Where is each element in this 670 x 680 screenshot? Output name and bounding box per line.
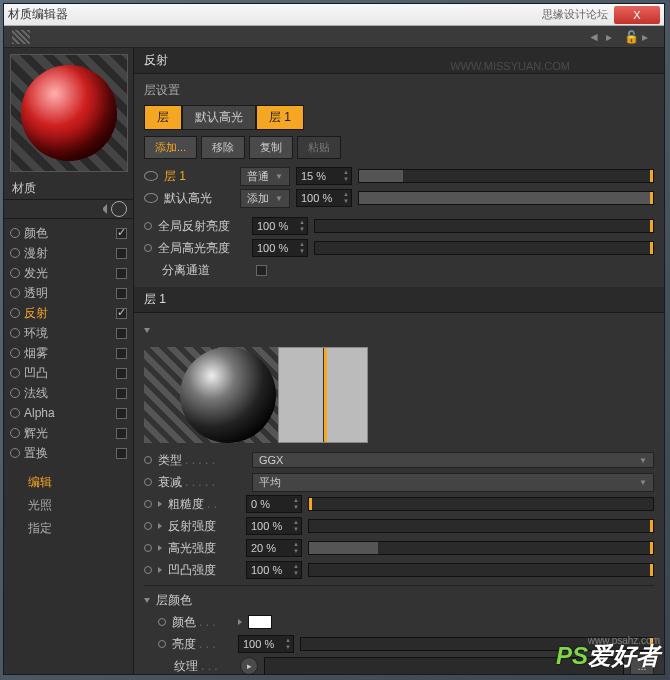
target-icon[interactable] bbox=[111, 201, 127, 217]
param-dot-icon[interactable] bbox=[158, 618, 166, 626]
expand-icon[interactable] bbox=[158, 545, 162, 551]
tab-layers[interactable]: 层 bbox=[144, 105, 182, 130]
link-illum[interactable]: 光照 bbox=[10, 494, 127, 517]
channel-environment[interactable]: 环境 bbox=[10, 323, 127, 343]
channel-alpha[interactable]: Alpha bbox=[10, 403, 127, 423]
editor-links: 编辑 光照 指定 bbox=[4, 467, 133, 544]
spec-str-input[interactable] bbox=[247, 540, 291, 556]
global-reflection-row: 全局反射亮度 ▲▼ bbox=[144, 215, 654, 237]
type-row: 类型 . . . . . GGX▼ bbox=[144, 449, 654, 471]
tab-layer1[interactable]: 层 1 bbox=[256, 105, 304, 130]
titlebar[interactable]: 材质编辑器 思缘设计论坛 X bbox=[4, 4, 664, 26]
param-dot-icon[interactable] bbox=[144, 500, 152, 508]
preview-hatch bbox=[144, 347, 178, 443]
layer-opacity-slider[interactable] bbox=[358, 191, 654, 205]
add-button[interactable]: 添加... bbox=[144, 136, 197, 159]
type-dropdown[interactable]: GGX▼ bbox=[252, 452, 654, 468]
layer-row-1[interactable]: 层 1 普通▼ ▲▼ bbox=[144, 165, 654, 187]
global-refl-input[interactable] bbox=[253, 218, 297, 234]
material-preview[interactable] bbox=[10, 54, 128, 172]
forum-label: 思缘设计论坛 bbox=[542, 7, 608, 22]
watermark: PS爱好者 bbox=[556, 640, 660, 672]
param-dot-icon[interactable] bbox=[144, 522, 152, 530]
separate-checkbox[interactable] bbox=[256, 265, 267, 276]
blend-mode-dropdown[interactable]: 普通▼ bbox=[240, 167, 290, 186]
layer-buttons: 添加... 移除 复制 粘贴 bbox=[144, 136, 654, 159]
channel-diffuse[interactable]: 漫射 bbox=[10, 243, 127, 263]
separate-channel-row: 分离通道 bbox=[144, 259, 654, 281]
eye-icon[interactable] bbox=[144, 171, 158, 181]
section-layer1: 层 1 bbox=[134, 287, 664, 313]
layer-color-header[interactable]: 层颜色 bbox=[144, 589, 654, 611]
layer-row-2[interactable]: 默认高光 添加▼ ▲▼ bbox=[144, 187, 654, 209]
param-dot-icon[interactable] bbox=[144, 566, 152, 574]
refl-str-slider[interactable] bbox=[308, 519, 654, 533]
layer-opacity-input[interactable] bbox=[297, 168, 341, 184]
copy-button[interactable]: 复制 bbox=[249, 136, 293, 159]
channel-normal[interactable]: 法线 bbox=[10, 383, 127, 403]
global-spec-slider[interactable] bbox=[314, 241, 654, 255]
expand-icon[interactable] bbox=[158, 567, 162, 573]
tab-default-spec[interactable]: 默认高光 bbox=[182, 105, 256, 130]
sidebar: 材质 颜色 漫射 发光 透明 反射 环境 烟雾 凹凸 法线 Alpha 辉光 置… bbox=[4, 48, 134, 674]
roughness-input[interactable] bbox=[247, 496, 291, 512]
sidebar-divider bbox=[4, 199, 133, 219]
channel-displacement[interactable]: 置换 bbox=[10, 443, 127, 463]
lock-icon[interactable]: 🔓 bbox=[624, 30, 638, 44]
sidebar-label: 材质 bbox=[4, 178, 133, 199]
expand-icon[interactable] bbox=[97, 204, 107, 214]
param-dot-icon[interactable] bbox=[144, 544, 152, 552]
section-reflection: 反射 bbox=[134, 48, 664, 74]
refl-str-input[interactable] bbox=[247, 518, 291, 534]
bump-str-input[interactable] bbox=[247, 562, 291, 578]
layer-opacity-input[interactable] bbox=[297, 190, 341, 206]
global-spec-input[interactable] bbox=[253, 240, 297, 256]
channel-luminance[interactable]: 发光 bbox=[10, 263, 127, 283]
close-button[interactable]: X bbox=[614, 6, 660, 24]
expand-icon[interactable] bbox=[158, 523, 162, 529]
channel-reflection[interactable]: 反射 bbox=[10, 303, 127, 323]
layer-opacity-slider[interactable] bbox=[358, 169, 654, 183]
brightness-input[interactable] bbox=[239, 636, 283, 652]
channel-fog[interactable]: 烟雾 bbox=[10, 343, 127, 363]
channel-bump[interactable]: 凹凸 bbox=[10, 363, 127, 383]
preview-falloff bbox=[278, 347, 368, 443]
spec-str-slider[interactable] bbox=[308, 541, 654, 555]
arrow-right-icon[interactable]: ▸ bbox=[606, 30, 620, 44]
bump-str-slider[interactable] bbox=[308, 563, 654, 577]
expand-icon[interactable] bbox=[238, 619, 242, 625]
link-assign[interactable]: 指定 bbox=[10, 517, 127, 540]
channel-transparency[interactable]: 透明 bbox=[10, 283, 127, 303]
eye-icon[interactable] bbox=[144, 193, 158, 203]
blend-mode-dropdown[interactable]: 添加▼ bbox=[240, 189, 290, 208]
channel-glow[interactable]: 辉光 bbox=[10, 423, 127, 443]
roughness-slider[interactable] bbox=[308, 497, 654, 511]
link-edit[interactable]: 编辑 bbox=[10, 471, 127, 494]
remove-button[interactable]: 移除 bbox=[201, 136, 245, 159]
layer-preview bbox=[144, 341, 654, 449]
global-refl-slider[interactable] bbox=[314, 219, 654, 233]
param-dot-icon[interactable] bbox=[158, 640, 166, 648]
menu-icon[interactable]: ▸ bbox=[642, 30, 656, 44]
body: 材质 颜色 漫射 发光 透明 反射 环境 烟雾 凹凸 法线 Alpha 辉光 置… bbox=[4, 48, 664, 674]
color-swatch[interactable] bbox=[248, 615, 272, 629]
texture-arrow-button[interactable]: ▸ bbox=[240, 657, 258, 674]
collapse-icon[interactable] bbox=[144, 328, 150, 333]
watermark-top: WWW.MISSYUAN.COM bbox=[450, 60, 570, 72]
hatch-icon[interactable] bbox=[12, 30, 30, 44]
atten-row: 衰减 . . . . . 平均▼ bbox=[144, 471, 654, 493]
param-dot-icon[interactable] bbox=[144, 244, 152, 252]
layer-settings-label: 层设置 bbox=[144, 80, 654, 105]
param-dot-icon[interactable] bbox=[144, 222, 152, 230]
arrow-left-icon[interactable]: ◄ bbox=[588, 30, 602, 44]
collapse-icon[interactable] bbox=[144, 598, 150, 603]
atten-dropdown[interactable]: 平均▼ bbox=[252, 473, 654, 492]
color-row: 颜色 . . . bbox=[144, 611, 654, 633]
channel-list: 颜色 漫射 发光 透明 反射 环境 烟雾 凹凸 法线 Alpha 辉光 置换 bbox=[4, 219, 133, 467]
paste-button[interactable]: 粘贴 bbox=[297, 136, 341, 159]
expand-icon[interactable] bbox=[158, 501, 162, 507]
param-dot-icon[interactable] bbox=[144, 478, 152, 486]
layer-tabs: 层 默认高光 层 1 bbox=[144, 105, 654, 130]
channel-color[interactable]: 颜色 bbox=[10, 223, 127, 243]
param-dot-icon[interactable] bbox=[144, 456, 152, 464]
